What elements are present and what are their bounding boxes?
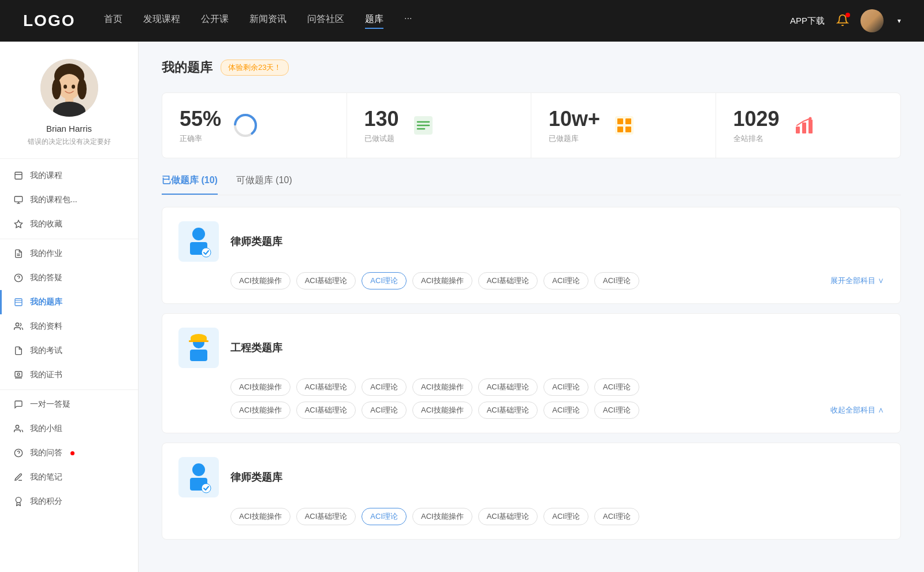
sidebar-menu: 我的课程 我的课程包... 我的收藏 我的作业: [0, 159, 138, 518]
sidebar-item-my-courses[interactable]: 我的课程: [0, 164, 138, 188]
sidebar-item-certificate[interactable]: 我的证书: [0, 363, 138, 387]
notification-bell[interactable]: [836, 14, 849, 28]
stat-questions-value: 130: [364, 107, 399, 131]
collapse-link-1[interactable]: 收起全部科目 ∧: [830, 405, 884, 415]
tag-1-r2-0[interactable]: ACI技能操作: [230, 402, 290, 419]
tag-1-4[interactable]: ACI基础理论: [478, 378, 538, 396]
tag-0-2[interactable]: ACI理论: [362, 272, 407, 289]
tag-1-r2-4[interactable]: ACI基础理论: [478, 402, 538, 419]
tab-available[interactable]: 可做题库 (10): [236, 174, 292, 195]
qbank-header-0: 律师类题库: [178, 221, 884, 262]
tag-2-4[interactable]: ACI基础理论: [478, 508, 538, 525]
nav-qa[interactable]: 问答社区: [307, 13, 344, 29]
sidebar-item-qa[interactable]: 我的答疑: [0, 266, 138, 290]
qbank-icon-1: [178, 328, 219, 368]
tag-0-4[interactable]: ACI基础理论: [478, 272, 538, 289]
avatar[interactable]: [860, 9, 884, 32]
svg-point-22: [16, 323, 18, 326]
tag-1-r2-2[interactable]: ACI理论: [362, 402, 407, 419]
tag-2-3[interactable]: ACI技能操作: [412, 508, 472, 525]
sidebar-item-points[interactable]: 我的积分: [0, 489, 138, 514]
tabs: 已做题库 (10) 可做题库 (10): [162, 174, 901, 195]
svg-point-47: [202, 248, 211, 257]
svg-rect-23: [15, 372, 22, 377]
tag-2-2[interactable]: ACI理论: [362, 508, 407, 525]
tag-1-3[interactable]: ACI技能操作: [412, 378, 472, 396]
tag-1-1[interactable]: ACI基础理论: [296, 378, 356, 396]
notification-dot: [845, 13, 850, 17]
stat-banks-label: 已做题库: [549, 133, 600, 144]
tag-0-6[interactable]: ACI理论: [594, 272, 639, 289]
tag-2-1[interactable]: ACI基础理论: [296, 508, 356, 525]
tag-1-r2-6[interactable]: ACI理论: [594, 402, 639, 419]
tag-1-0[interactable]: ACI技能操作: [230, 378, 290, 396]
sidebar-label-my-courses: 我的课程: [30, 170, 62, 181]
tag-2-6[interactable]: ACI理论: [594, 508, 639, 525]
sidebar-item-favorites[interactable]: 我的收藏: [0, 212, 138, 236]
tag-0-0[interactable]: ACI技能操作: [230, 272, 290, 289]
sidebar-item-my-qa[interactable]: 我的问答: [0, 441, 138, 465]
stat-accuracy-value: 55%: [180, 107, 221, 131]
nav-courses[interactable]: 发现课程: [143, 13, 180, 29]
svg-point-55: [202, 484, 211, 493]
stat-banks-value: 10w+: [549, 107, 600, 131]
svg-marker-14: [14, 220, 22, 228]
svg-rect-37: [617, 118, 623, 124]
stat-banks: 10w+ 已做题库: [531, 93, 716, 158]
stat-accuracy-left: 55% 正确率: [180, 107, 221, 144]
sidebar-item-course-package[interactable]: 我的课程包...: [0, 188, 138, 212]
sidebar-item-1on1[interactable]: 一对一答疑: [0, 392, 138, 417]
nav-home[interactable]: 首页: [104, 13, 122, 29]
tag-1-2[interactable]: ACI理论: [362, 378, 407, 396]
profile-name: Brian Harris: [12, 124, 126, 133]
tag-1-r2-3[interactable]: ACI技能操作: [412, 402, 472, 419]
tag-1-6[interactable]: ACI理论: [594, 378, 639, 396]
sidebar-label-exam: 我的考试: [30, 346, 62, 356]
nav-open-course[interactable]: 公开课: [201, 13, 229, 29]
svg-rect-9: [15, 172, 22, 179]
svg-point-53: [192, 463, 205, 476]
qa-badge: [70, 451, 74, 455]
qbank-icon-2: [178, 457, 219, 497]
svg-rect-19: [15, 299, 22, 306]
sidebar-label-favorites: 我的收藏: [30, 219, 62, 229]
qa-icon: [14, 273, 23, 283]
nav-links: 首页 发现课程 公开课 新闻资讯 问答社区 题库 ···: [104, 13, 767, 29]
user-dropdown-chevron[interactable]: ▾: [897, 17, 901, 25]
tag-1-r2-1[interactable]: ACI基础理论: [296, 402, 356, 419]
sidebar-item-notes[interactable]: 我的笔记: [0, 465, 138, 489]
navbar-right: APP下载 ▾: [790, 9, 901, 32]
nav-news[interactable]: 新闻资讯: [249, 13, 286, 29]
sidebar-label-points: 我的积分: [30, 496, 62, 507]
sidebar-label-group: 我的小组: [30, 424, 62, 434]
sidebar-item-profile[interactable]: 我的资料: [0, 314, 138, 339]
page-title: 我的题库: [162, 59, 213, 76]
nav-more[interactable]: ···: [404, 13, 412, 29]
sidebar-item-group[interactable]: 我的小组: [0, 417, 138, 441]
profile-section: Brian Harris 错误的决定比没有决定要好: [0, 42, 138, 159]
qbank-title-2: 律师类题库: [230, 470, 282, 484]
svg-rect-41: [796, 127, 800, 133]
tag-1-5[interactable]: ACI理论: [543, 378, 588, 396]
nav-qbank[interactable]: 题库: [365, 13, 383, 29]
tag-0-1[interactable]: ACI基础理论: [296, 272, 356, 289]
tag-0-3[interactable]: ACI技能操作: [412, 272, 472, 289]
tab-done[interactable]: 已做题库 (10): [162, 174, 218, 195]
tag-2-5[interactable]: ACI理论: [543, 508, 588, 525]
stat-accuracy-icon: [233, 113, 258, 138]
sidebar-item-qbank[interactable]: 我的题库: [0, 290, 138, 314]
tag-2-0[interactable]: ACI技能操作: [230, 508, 290, 525]
logo: LOGO: [23, 12, 81, 30]
group-icon: [14, 424, 23, 433]
qbank-header-2: 律师类题库: [178, 457, 884, 497]
tag-1-r2-5[interactable]: ACI理论: [543, 402, 588, 419]
tag-0-5[interactable]: ACI理论: [543, 272, 588, 289]
course-package-icon: [14, 195, 23, 205]
courses-icon: [14, 171, 23, 180]
app-download-button[interactable]: APP下载: [790, 16, 825, 27]
sidebar-item-exam[interactable]: 我的考试: [0, 339, 138, 363]
sidebar-label-qa: 我的答疑: [30, 273, 62, 283]
qbank-card-2: 律师类题库 ACI技能操作 ACI基础理论 ACI理论 ACI技能操作 ACI基…: [162, 443, 901, 540]
expand-link-0[interactable]: 展开全部科目 ∨: [830, 276, 884, 286]
sidebar-item-homework[interactable]: 我的作业: [0, 242, 138, 266]
